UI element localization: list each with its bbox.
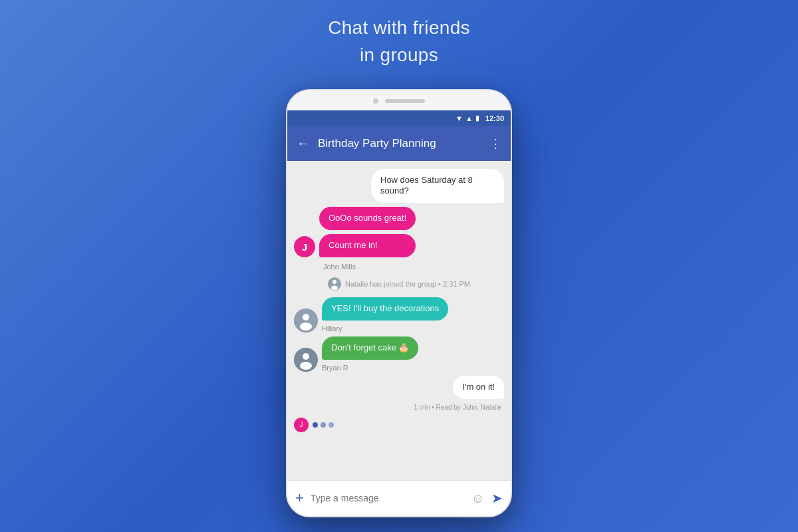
headline-line1: Chat with friends bbox=[328, 17, 470, 38]
hillary-avatar bbox=[294, 309, 318, 332]
chat-area: How does Saturday at 8 sound? J OoOo sou… bbox=[287, 161, 511, 480]
message-row-1: How does Saturday at 8 sound? bbox=[294, 169, 504, 203]
status-time: 12:30 bbox=[485, 114, 504, 122]
hillary-name: Hillary bbox=[322, 325, 448, 332]
bryan-avatar bbox=[294, 348, 318, 372]
status-icons: ▼ ▲ ▮ bbox=[456, 114, 479, 122]
john-name: John Mills bbox=[323, 263, 504, 271]
typing-dots bbox=[313, 422, 334, 428]
john-avatar: J bbox=[294, 236, 315, 257]
bubble-5: Don't forget cake 🎂 bbox=[322, 336, 418, 360]
bubble-6: I'm on it! bbox=[453, 376, 504, 399]
system-text: Natalie has joined the group • 2:31 PM bbox=[345, 280, 470, 288]
phone-camera bbox=[373, 98, 378, 104]
back-button[interactable]: ← bbox=[297, 136, 310, 151]
headline-text: Chat with friends in groups bbox=[328, 15, 470, 68]
wifi-icon: ▼ bbox=[456, 114, 463, 122]
message-input[interactable] bbox=[311, 493, 465, 503]
add-attachment-button[interactable]: + bbox=[295, 489, 304, 507]
john-messages: OoOo sounds great! Count me in! bbox=[319, 207, 416, 257]
svg-point-8 bbox=[300, 362, 312, 370]
svg-point-5 bbox=[300, 323, 312, 331]
bubble-text-5: Don't forget cake 🎂 bbox=[331, 342, 409, 352]
bubble-text-1: How does Saturday at 8 sound? bbox=[380, 175, 473, 196]
phone-shell: ▼ ▲ ▮ 12:30 ← Birthday Party Planning ⋮ … bbox=[286, 89, 512, 517]
bubble-text-6: I'm on it! bbox=[462, 382, 495, 392]
dot-2 bbox=[321, 422, 326, 428]
system-message: Natalie has joined the group • 2:31 PM bbox=[294, 277, 504, 291]
input-area: + ☺ ➤ bbox=[287, 480, 511, 516]
message-row-6: I'm on it! bbox=[294, 376, 504, 399]
bubble-3: Count me in! bbox=[319, 234, 416, 257]
svg-point-4 bbox=[303, 314, 309, 321]
chat-title: Birthday Party Planning bbox=[318, 137, 481, 150]
msg-stacked-4: YES! I'll buy the decorations Hillary bbox=[322, 297, 448, 332]
message-group-john: J OoOo sounds great! Count me in! bbox=[294, 207, 504, 257]
msg-stacked-5: Don't forget cake 🎂 Bryan R bbox=[322, 336, 418, 372]
natalie-system-avatar bbox=[328, 277, 341, 291]
bubble-text-4: YES! I'll buy the decorations bbox=[331, 303, 439, 313]
typing-avatar: J bbox=[294, 418, 309, 432]
svg-point-7 bbox=[303, 353, 309, 360]
bubble-1: How does Saturday at 8 sound? bbox=[371, 169, 504, 203]
signal-icon: ▲ bbox=[466, 114, 473, 122]
message-row-4: YES! I'll buy the decorations Hillary bbox=[294, 297, 504, 332]
bubble-text-2: OoOo sounds great! bbox=[329, 213, 406, 223]
bryan-name: Bryan R bbox=[322, 364, 418, 372]
dot-3 bbox=[329, 422, 334, 428]
typing-row: J bbox=[294, 415, 504, 435]
battery-icon: ▮ bbox=[475, 114, 479, 122]
svg-point-1 bbox=[332, 280, 336, 284]
app-bar: ← Birthday Party Planning ⋮ bbox=[287, 126, 511, 161]
phone-top-bar bbox=[287, 90, 511, 110]
emoji-button[interactable]: ☺ bbox=[471, 491, 485, 506]
headline-line2: in groups bbox=[360, 45, 438, 65]
bubble-text-3: Count me in! bbox=[329, 240, 378, 250]
phone-speaker bbox=[385, 99, 425, 103]
dot-1 bbox=[313, 422, 318, 428]
bubble-4: YES! I'll buy the decorations bbox=[322, 297, 448, 321]
message-row-5: Don't forget cake 🎂 Bryan R bbox=[294, 336, 504, 372]
status-bar: ▼ ▲ ▮ 12:30 bbox=[287, 110, 511, 126]
bubble-2: OoOo sounds great! bbox=[319, 207, 416, 230]
read-receipt: 1 min • Read by John, Natalie bbox=[294, 404, 501, 411]
svg-point-2 bbox=[331, 286, 338, 291]
more-menu-button[interactable]: ⋮ bbox=[489, 136, 501, 151]
send-button[interactable]: ➤ bbox=[491, 490, 503, 506]
